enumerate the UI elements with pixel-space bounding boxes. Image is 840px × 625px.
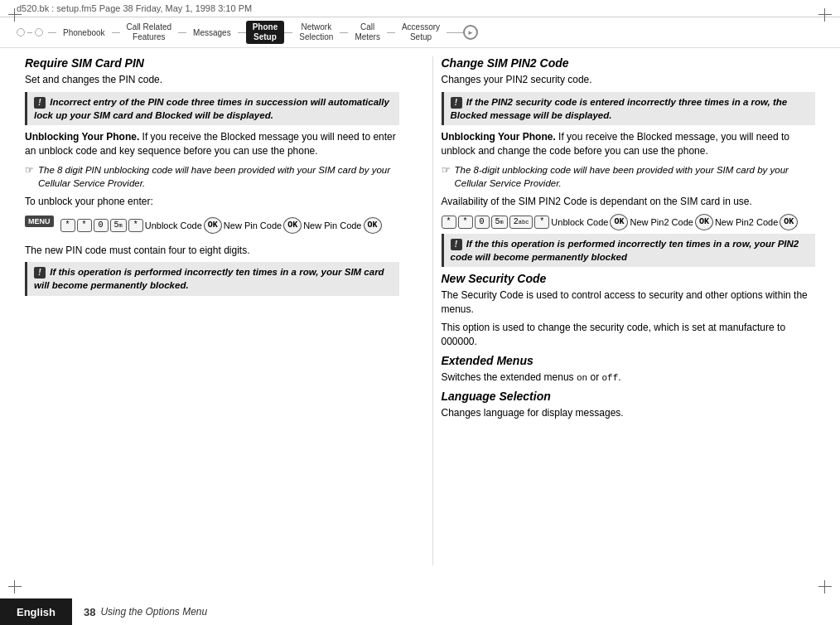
right-section1-title: Change SIM PIN2 Code: [442, 56, 816, 70]
left-warning2: ! If this operation is performed incorre…: [25, 262, 399, 295]
header-bar: d520.bk : setup.fm5 Page 38 Friday, May …: [0, 0, 840, 17]
right-section2-text2: This option is used to change the securi…: [442, 321, 816, 349]
warning-icon-1: !: [34, 97, 46, 109]
footer: English 38 Using the Options Menu: [0, 598, 840, 625]
unblock-intro: To unblock your phone enter:: [25, 195, 399, 209]
right-warning1-text: If the PIN2 security code is entered inc…: [451, 97, 788, 120]
key-r-ok3: OK: [780, 214, 798, 230]
right-section2-text2-span: This option is used to change the securi…: [442, 322, 786, 347]
right-section2-text1: The Security Code is used to control acc…: [442, 288, 816, 317]
right-warning2-text: If the this operation is performed incor…: [451, 239, 799, 262]
nav-item-phonebook[interactable]: Phonebook: [56, 28, 112, 37]
key-0: 0: [94, 219, 109, 232]
key-r-ok1: OK: [610, 214, 628, 230]
right-unblocking: Unblocking Your Phone. If you receive th…: [442, 130, 816, 158]
footer-page-info: 38 Using the Options Menu: [72, 606, 219, 618]
corner-crosshair-bl: [8, 580, 22, 594]
left-unblocking: Unblocking Your Phone. If you receive th…: [25, 130, 399, 158]
right-unblock-label: Unblock Code: [551, 217, 608, 227]
key-r-star3: *: [534, 216, 549, 229]
new-pin2-label2: New Pin2 Code: [715, 217, 778, 227]
new-pin2-label1: New Pin2 Code: [630, 217, 693, 227]
menu-icon: MENU: [25, 216, 54, 227]
key-star3: *: [128, 219, 143, 232]
unblocking-label: Unblocking Your Phone.: [25, 131, 139, 143]
key-r-star1: *: [442, 216, 456, 229]
nav-item-phone-setup[interactable]: PhoneSetup: [246, 21, 285, 44]
digits-note: The new PIN code must contain four to ei…: [25, 244, 399, 258]
nav-item-messages[interactable]: Messages: [186, 28, 238, 37]
menu-key-sequence: MENU * * 0 5m * Unblock Code OK New Pin …: [25, 214, 399, 239]
right-section2-title: New Security Code: [442, 272, 816, 285]
main-content: Require SIM Card PIN Set and changes the…: [0, 48, 840, 574]
key-ok2: OK: [283, 217, 302, 234]
nav-item-call-related[interactable]: Call RelatedFeatures: [120, 22, 178, 42]
warning-icon-4: !: [451, 239, 462, 250]
left-column: Require SIM Card PIN Set and changes the…: [25, 56, 408, 565]
left-warning1: ! Incorrect entry of the PIN code three …: [25, 92, 399, 125]
right-column: Change SIM PIN2 Code Changes your PIN2 s…: [432, 56, 816, 565]
unblock-label: Unblock Code: [145, 220, 202, 230]
right-section3-title: Extended Menus: [442, 354, 816, 367]
left-title: Require SIM Card PIN: [25, 56, 399, 70]
right-section1-sub: Changes your PIN2 security code.: [442, 73, 816, 87]
key-r-0: 0: [475, 216, 490, 229]
right-note1-text: The 8-digit unblocking code will have be…: [455, 165, 789, 188]
key-sequence-left: * * 0 5m * Unblock Code OK New Pin Code …: [60, 217, 382, 234]
footer-language: English: [0, 598, 72, 625]
warning-icon-2: !: [34, 267, 46, 279]
left-warning1-text: Incorrect entry of the PIN code three ti…: [34, 97, 389, 120]
nav-item-network[interactable]: NetworkSelection: [292, 22, 340, 42]
nav-item-call-meters[interactable]: CallMeters: [348, 22, 387, 42]
key-star1: *: [60, 219, 75, 232]
new-pin-label2: New Pin Code: [303, 220, 361, 230]
page-number: 38: [84, 606, 95, 618]
left-note1-text: The 8 digit PIN unblocking code will hav…: [38, 165, 390, 188]
header-text: d520.bk : setup.fm5 Page 38 Friday, May …: [17, 3, 252, 13]
key-r-star2: *: [458, 216, 473, 229]
corner-crosshair-br: [818, 580, 832, 594]
key-ok3: OK: [364, 217, 382, 234]
nav-bar: Phonebook Call RelatedFeatures Messages …: [0, 17, 840, 48]
new-pin-label1: New Pin Code: [224, 220, 282, 230]
left-note1: The 8 digit PIN unblocking code will hav…: [25, 163, 399, 190]
corner-crosshair-tr: [818, 8, 832, 22]
key-ok1: OK: [204, 217, 222, 234]
right-note1: The 8-digit unblocking code will have be…: [442, 163, 816, 190]
right-avail: Availability of the SIM PIN2 Code is dep…: [442, 195, 816, 209]
right-warning1: ! If the PIN2 security code is entered i…: [442, 92, 816, 125]
right-warning2: ! If the this operation is performed inc…: [442, 234, 816, 267]
right-section3-text: Switches the extended menus on or off.: [442, 371, 816, 385]
key-r-5: 5m: [491, 216, 508, 229]
warning-icon-3: !: [451, 97, 462, 109]
key-star2: *: [77, 219, 92, 232]
right-unblocking-label: Unblocking Your Phone.: [442, 131, 556, 143]
key-r-ok2: OK: [695, 214, 713, 230]
right-section4-text: Changes language for display messages.: [442, 406, 816, 420]
key-5: 5m: [110, 219, 127, 232]
key-r-2: 2abc: [509, 216, 533, 229]
left-subtitle: Set and changes the PIN code.: [25, 73, 399, 87]
nav-item-accessory[interactable]: AccessorySetup: [395, 22, 447, 42]
right-section4-title: Language Selection: [442, 390, 816, 403]
corner-crosshair-tl: [8, 8, 22, 22]
page-text: Using the Options Menu: [100, 606, 207, 618]
left-warning2-text: If this operation is performed incorrect…: [34, 267, 384, 290]
key-sequence-right: * * 0 5m 2abc * Unblock Code OK New Pin2…: [442, 214, 816, 230]
